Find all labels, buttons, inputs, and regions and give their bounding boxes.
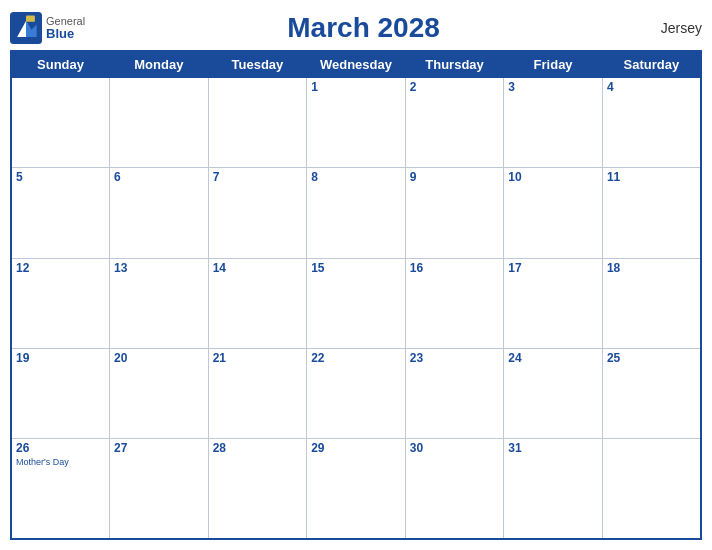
calendar-cell: 20: [110, 348, 209, 438]
day-number: 3: [508, 80, 598, 94]
day-number: 15: [311, 261, 401, 275]
day-number: 8: [311, 170, 401, 184]
day-number: 5: [16, 170, 105, 184]
calendar-cell: 9: [405, 168, 504, 258]
calendar-cell: 4: [602, 78, 701, 168]
calendar-cell: 15: [307, 258, 406, 348]
calendar-cell: 21: [208, 348, 307, 438]
day-number: 23: [410, 351, 500, 365]
holiday-label: Mother's Day: [16, 457, 105, 467]
header-wednesday: Wednesday: [307, 51, 406, 78]
day-number: 9: [410, 170, 500, 184]
calendar-cell: [11, 78, 110, 168]
calendar-cell: 26Mother's Day: [11, 439, 110, 539]
day-number: 20: [114, 351, 204, 365]
header-friday: Friday: [504, 51, 603, 78]
logo-blue-text: Blue: [46, 27, 85, 41]
day-number: 6: [114, 170, 204, 184]
calendar-cell: 6: [110, 168, 209, 258]
day-number: 22: [311, 351, 401, 365]
generalblue-logo-icon: [10, 12, 42, 44]
week-row-3: 12131415161718: [11, 258, 701, 348]
logo-area: General Blue: [10, 12, 85, 44]
header-thursday: Thursday: [405, 51, 504, 78]
calendar-cell: 30: [405, 439, 504, 539]
day-number: 19: [16, 351, 105, 365]
calendar-cell: 28: [208, 439, 307, 539]
day-number: 21: [213, 351, 303, 365]
region-label: Jersey: [642, 20, 702, 36]
day-number: 25: [607, 351, 696, 365]
day-number: 18: [607, 261, 696, 275]
day-number: 16: [410, 261, 500, 275]
days-header-row: Sunday Monday Tuesday Wednesday Thursday…: [11, 51, 701, 78]
calendar-cell: 27: [110, 439, 209, 539]
calendar-cell: 17: [504, 258, 603, 348]
day-number: 24: [508, 351, 598, 365]
calendar-cell: 7: [208, 168, 307, 258]
day-number: 13: [114, 261, 204, 275]
calendar-cell: 24: [504, 348, 603, 438]
header-monday: Monday: [110, 51, 209, 78]
svg-rect-4: [26, 16, 35, 22]
calendar-cell: [110, 78, 209, 168]
calendar-cell: 5: [11, 168, 110, 258]
calendar-header: General Blue March 2028 Jersey: [10, 8, 702, 50]
week-row-5: 26Mother's Day2728293031: [11, 439, 701, 539]
week-row-2: 567891011: [11, 168, 701, 258]
week-row-4: 19202122232425: [11, 348, 701, 438]
calendar-cell: 22: [307, 348, 406, 438]
calendar-cell: 11: [602, 168, 701, 258]
calendar-cell: 13: [110, 258, 209, 348]
day-number: 28: [213, 441, 303, 455]
day-number: 27: [114, 441, 204, 455]
calendar-cell: 16: [405, 258, 504, 348]
day-number: 2: [410, 80, 500, 94]
calendar-cell: 14: [208, 258, 307, 348]
calendar-cell: 12: [11, 258, 110, 348]
day-number: 31: [508, 441, 598, 455]
header-sunday: Sunday: [11, 51, 110, 78]
day-number: 1: [311, 80, 401, 94]
header-saturday: Saturday: [602, 51, 701, 78]
calendar-cell: [602, 439, 701, 539]
calendar-table: Sunday Monday Tuesday Wednesday Thursday…: [10, 50, 702, 540]
calendar-cell: 18: [602, 258, 701, 348]
calendar-cell: 19: [11, 348, 110, 438]
day-number: 12: [16, 261, 105, 275]
week-row-1: 1234: [11, 78, 701, 168]
calendar-cell: 23: [405, 348, 504, 438]
day-number: 10: [508, 170, 598, 184]
day-number: 7: [213, 170, 303, 184]
day-number: 14: [213, 261, 303, 275]
day-number: 4: [607, 80, 696, 94]
calendar-cell: 2: [405, 78, 504, 168]
calendar-title: March 2028: [85, 12, 642, 44]
calendar-cell: 1: [307, 78, 406, 168]
day-number: 17: [508, 261, 598, 275]
calendar-cell: 29: [307, 439, 406, 539]
calendar-cell: 3: [504, 78, 603, 168]
calendar-cell: 10: [504, 168, 603, 258]
calendar-cell: [208, 78, 307, 168]
header-tuesday: Tuesday: [208, 51, 307, 78]
day-number: 29: [311, 441, 401, 455]
calendar-cell: 31: [504, 439, 603, 539]
calendar-page: General Blue March 2028 Jersey Sunday Mo…: [0, 0, 712, 550]
calendar-cell: 8: [307, 168, 406, 258]
day-number: 26: [16, 441, 105, 455]
day-number: 11: [607, 170, 696, 184]
calendar-cell: 25: [602, 348, 701, 438]
day-number: 30: [410, 441, 500, 455]
logo-text: General Blue: [46, 15, 85, 41]
